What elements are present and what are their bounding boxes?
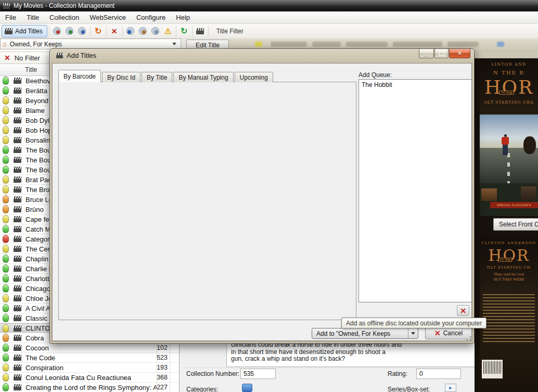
movie-tools-button[interactable] (194, 26, 207, 37)
tab-strip: By BarcodeBy Disc IdBy TitleBy Manual Ty… (58, 70, 274, 82)
series-edit-icon[interactable]: ► (445, 384, 456, 392)
resize-grip[interactable] (466, 336, 471, 341)
rating-input[interactable]: 0 (416, 369, 461, 379)
add-to-collection-dropdown[interactable]: Add to "Owned, For Keeps (312, 328, 418, 339)
status-pill-icon (3, 363, 9, 372)
collection-selector[interactable]: ⌂ Owned, For Keeps (0, 39, 181, 49)
cover-figure-legs (503, 145, 508, 155)
menu-item[interactable]: WebService (84, 11, 131, 23)
add-queue-list[interactable]: The Hobbit (358, 79, 472, 302)
clapper-icon (14, 295, 21, 301)
dialog-titlebar[interactable]: Add Titles (56, 52, 96, 59)
status-pill-icon (3, 146, 9, 154)
cover-thumb-left (481, 188, 497, 201)
rating-label: Rating: (388, 370, 407, 377)
list-item[interactable]: The Code 523 (0, 353, 179, 363)
list-item-spacer (170, 383, 177, 392)
edit-title-label: Edit Title (196, 42, 220, 49)
tab[interactable]: By Title (142, 72, 172, 82)
toolbar-separator (90, 26, 91, 36)
toolbar: Add Titles ↻ ✕ ⚠ ↻ Title Filter (0, 24, 538, 39)
menu-item[interactable]: Help (171, 11, 195, 23)
remove-queue-item-button[interactable]: ✕ (457, 305, 469, 316)
sync-disc-button[interactable] (76, 26, 88, 37)
minimize-button[interactable]: — (419, 49, 434, 58)
collection-number-label: Collection Number: (186, 370, 239, 377)
disc-back-icon (126, 27, 134, 35)
import-disc-button[interactable] (63, 26, 76, 37)
tab[interactable]: By Disc Id (102, 72, 140, 82)
delete-title-button[interactable]: ✕ (108, 26, 121, 37)
toolbar-separator (208, 26, 209, 36)
clapper-icon (14, 137, 21, 143)
status-pill-icon (3, 235, 9, 243)
list-item[interactable]: Cocoon 102 (0, 343, 179, 353)
refresh-online-button[interactable]: ↻ (92, 26, 105, 37)
categories-edit-icon[interactable] (242, 384, 252, 392)
list-item[interactable]: Conspiration 193 (0, 363, 179, 373)
chevron-down-icon (172, 43, 176, 45)
collection-number-input[interactable]: 535 (240, 369, 276, 379)
orange-refresh-icon: ↻ (95, 26, 101, 36)
status-pill-icon (3, 304, 9, 312)
clapper-icon (14, 167, 21, 173)
clapper-icon (14, 87, 21, 94)
list-item-title: Conspiration (25, 364, 157, 372)
tab[interactable]: Upcoming (235, 72, 273, 82)
clapper-icon (14, 107, 21, 113)
maximize-button[interactable] (434, 49, 449, 58)
caption-buttons: — ✕ (419, 49, 470, 58)
disc-upload-icon (78, 27, 86, 35)
clapper-icon (14, 374, 21, 381)
cover-panel-header (475, 49, 538, 58)
select-front-cover-button[interactable]: Select Front C (493, 218, 538, 231)
categories-label: Categories: (186, 386, 218, 392)
disc-tools-button-3[interactable] (149, 26, 162, 37)
list-item-number: 368 (157, 373, 170, 382)
toolbar-separator (49, 26, 49, 36)
menu-item[interactable]: Configure (131, 11, 171, 23)
menu-item[interactable]: Collection (44, 11, 84, 23)
close-button[interactable]: ✕ (449, 49, 470, 58)
tab[interactable]: By Manual Typing (173, 72, 233, 82)
cover-panel: LINTON AND N THE R HOR TO THE OLT STARTI… (475, 49, 538, 392)
chevron-down-icon (411, 332, 415, 335)
status-pill-icon (3, 96, 9, 105)
clapper-icon (14, 345, 21, 351)
warning-button[interactable]: ⚠ (162, 26, 174, 37)
add-offline-tooltip: Add as offline disc located outside your… (341, 318, 486, 328)
title-filter-label: Title Filter (216, 28, 244, 35)
toolbar-separator (106, 26, 107, 36)
list-item-spacer (170, 373, 177, 382)
list-item-spacer (170, 343, 177, 352)
warning-triangle-icon: ⚠ (164, 27, 171, 36)
tab[interactable]: By Barcode (58, 70, 101, 82)
clapper-icon (196, 28, 204, 34)
status-pill-icon (3, 156, 9, 164)
menu-item[interactable]: Title (21, 11, 44, 23)
disc-tools-button-1[interactable] (124, 26, 137, 37)
status-pill-icon (3, 205, 9, 213)
clapper-icon (14, 246, 21, 252)
filter-label: No Filter (15, 54, 40, 62)
add-titles-button[interactable]: Add Titles (2, 25, 47, 37)
clapper-plus-icon (5, 28, 12, 34)
clapper-icon (14, 285, 21, 292)
disc-tools-button-2[interactable] (137, 26, 149, 37)
queue-item[interactable]: The Hobbit (362, 81, 471, 88)
clapper-icon (14, 256, 21, 262)
list-item-number: 193 (157, 363, 170, 372)
cover-thumb-right (521, 186, 536, 201)
menu-item[interactable]: File (0, 11, 21, 23)
list-item[interactable]: Conul Leonida Fata Cu Reactiunea 368 (0, 373, 179, 383)
export-disc-button[interactable] (51, 26, 63, 37)
list-item[interactable]: Creating the Lord of the Rings Symphony:… (0, 383, 179, 392)
list-item-spacer (170, 363, 177, 372)
refresh-collection-button[interactable]: ↻ (178, 26, 190, 37)
series-boxset-label: Series/Box-set: (388, 386, 430, 392)
red-x-icon: ✕ (460, 307, 466, 315)
cancel-button[interactable]: ✕ Cancel (425, 327, 472, 339)
clapper-icon (14, 275, 21, 282)
app-icon (3, 3, 10, 9)
dropdown-arrow-segment[interactable] (408, 328, 418, 338)
